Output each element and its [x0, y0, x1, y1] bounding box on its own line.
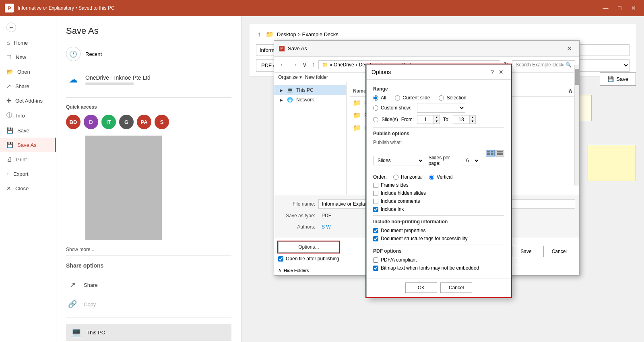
organize-button[interactable]: Organize ▾	[278, 74, 302, 80]
order-horizontal-radio[interactable]	[393, 175, 398, 180]
back-button[interactable]: ←	[0, 19, 56, 35]
badge-bd[interactable]: BD	[66, 115, 80, 129]
sidebar-item-export[interactable]: ↑ Export	[0, 167, 56, 181]
dialog-cancel-button[interactable]: Cancel	[543, 246, 575, 257]
from-spinbox-buttons[interactable]: ▲ ▼	[433, 115, 440, 124]
sort-icon[interactable]: ∧	[568, 87, 573, 95]
copy-link-item[interactable]: 🔗 Copy	[66, 295, 231, 314]
range-current-radio[interactable]	[395, 95, 400, 101]
dialog-up-button[interactable]: ↑	[310, 60, 317, 70]
options-help-button[interactable]: ?	[488, 68, 496, 76]
sidebar-item-open[interactable]: 📂 Open	[0, 64, 56, 79]
sidebar-item-info[interactable]: ⓘ Info	[0, 108, 56, 123]
from-input[interactable]	[417, 116, 433, 123]
sidebar-item-save[interactable]: 💾 Save	[0, 123, 56, 138]
from-up-button[interactable]: ▲	[434, 115, 440, 119]
share-action-item[interactable]: ↗ Share	[66, 275, 231, 295]
slides-range-row[interactable]: Slide(s) From: ▲ ▼ To:	[373, 115, 504, 124]
sidebar-item-print[interactable]: 🖨 Print	[0, 152, 56, 167]
close-button[interactable]: ✕	[628, 4, 639, 12]
frame-slides-row[interactable]: Frame slides	[373, 182, 504, 188]
bitmap-text-row[interactable]: Bitmap text when fonts may not be embedd…	[373, 265, 504, 271]
show-more-link[interactable]: Show more...	[66, 247, 231, 252]
order-vertical-radio[interactable]	[429, 175, 434, 180]
to-spinbox[interactable]: ▲ ▼	[453, 115, 476, 124]
dialog-down-button[interactable]: ∨	[301, 59, 309, 70]
sidebar-item-get-addins[interactable]: ✚ Get Add-ins	[0, 93, 56, 108]
publish-what-select[interactable]: Slides	[373, 156, 424, 165]
recent-item[interactable]: 🕐 Recent	[66, 44, 231, 64]
options-button[interactable]: Options...	[278, 241, 339, 253]
range-custom-row[interactable]: Custom show:	[373, 103, 504, 113]
pdf-a-row[interactable]: PDF/A compliant	[373, 257, 504, 263]
range-slides-radio[interactable]	[373, 117, 378, 122]
range-all-row[interactable]: All Current slide Selection	[373, 95, 504, 101]
from-spinbox[interactable]: ▲ ▼	[417, 115, 440, 124]
save-icon-top: 💾	[607, 76, 614, 82]
minimize-button[interactable]: —	[600, 4, 612, 12]
to-spinbox-buttons[interactable]: ▲ ▼	[469, 115, 475, 124]
open-after-checkbox[interactable]	[278, 256, 283, 262]
custom-show-select[interactable]	[417, 103, 465, 113]
include-ink-checkbox[interactable]	[373, 207, 378, 212]
dialog-search-input[interactable]	[516, 62, 564, 68]
window-controls[interactable]: — □ ✕	[600, 4, 639, 12]
doc-properties-row[interactable]: Document properties	[373, 228, 504, 233]
path-up-button[interactable]: ↑	[256, 29, 262, 39]
sidebar-network[interactable]: ▶ 🌐 Network	[274, 95, 346, 105]
bitmap-text-checkbox[interactable]	[373, 266, 378, 271]
slides-per-page-select[interactable]: 6	[462, 156, 480, 165]
sidebar-item-home[interactable]: ⌂ Home	[0, 35, 56, 50]
include-ink-row[interactable]: Include ink	[373, 206, 504, 212]
sidebar-item-share[interactable]: ↗ Share	[0, 79, 56, 93]
options-ok-button[interactable]: OK	[405, 282, 437, 293]
include-comments-row[interactable]: Include comments	[373, 198, 504, 204]
doc-properties-checkbox[interactable]	[373, 228, 378, 233]
maximize-button[interactable]: □	[615, 4, 625, 12]
badge-it[interactable]: IT	[101, 115, 116, 129]
doc-structure-checkbox[interactable]	[373, 236, 378, 241]
to-input[interactable]	[453, 116, 469, 123]
options-close-button[interactable]: ✕	[496, 68, 506, 76]
scrollbar[interactable]	[574, 65, 579, 185]
badge-pa[interactable]: PA	[137, 115, 151, 129]
order-vertical-row[interactable]: Vertical	[429, 174, 452, 180]
layout-btn-1[interactable]	[486, 150, 495, 157]
dialog-close-button[interactable]: ✕	[564, 44, 574, 53]
include-hidden-row[interactable]: Include hidden slides	[373, 190, 504, 196]
open-after-checkbox-row[interactable]: Open file after publishing	[278, 256, 339, 262]
badge-d[interactable]: D	[84, 115, 98, 129]
pdf-a-checkbox[interactable]	[373, 258, 378, 263]
dialog-search-bar[interactable]: 🔍	[512, 60, 575, 69]
sidebar-item-new[interactable]: ☐ New	[0, 50, 56, 64]
doc-structure-row[interactable]: Document structure tags for accessibilit…	[373, 236, 504, 241]
scrollbar-thumb[interactable]	[575, 69, 579, 85]
layout-btn-2[interactable]	[495, 150, 504, 157]
sidebar-item-close[interactable]: ✕ Close	[0, 181, 56, 196]
badge-g[interactable]: G	[119, 115, 134, 129]
dialog-forward-button[interactable]: →	[289, 60, 299, 70]
dialog-save-button[interactable]: Save	[512, 246, 540, 257]
to-down-button[interactable]: ▼	[470, 119, 475, 124]
from-down-button[interactable]: ▼	[434, 119, 440, 124]
range-custom-radio[interactable]	[373, 105, 378, 111]
include-hidden-checkbox[interactable]	[373, 191, 378, 196]
range-all-radio[interactable]	[373, 95, 378, 101]
range-selection-radio[interactable]	[439, 95, 444, 101]
badge-s[interactable]: S	[155, 115, 169, 129]
this-pc-item[interactable]: 💻 This PC	[66, 324, 231, 341]
include-comments-checkbox[interactable]	[373, 199, 378, 204]
to-up-button[interactable]: ▲	[470, 115, 475, 119]
order-horizontal-row[interactable]: Horizontal	[393, 174, 423, 180]
sidebar-this-pc[interactable]: ▶ 💻 This PC	[274, 85, 346, 95]
share-action-label: Share	[84, 282, 98, 288]
sidebar-item-save-as[interactable]: 💾 Save As	[0, 138, 56, 152]
options-cancel-button[interactable]: Cancel	[440, 282, 472, 293]
dialog-back-button[interactable]: ←	[278, 60, 288, 70]
onedrive-item[interactable]: ☁ OneDrive - Inknoe Pte Ltd	[66, 70, 231, 89]
frame-slides-checkbox[interactable]	[373, 183, 378, 188]
options-footer: OK Cancel	[367, 278, 511, 297]
new-folder-button[interactable]: New folder	[305, 74, 328, 80]
save-button-top[interactable]: 💾 Save	[600, 72, 636, 86]
include-comments-label: Include comments	[381, 198, 420, 204]
